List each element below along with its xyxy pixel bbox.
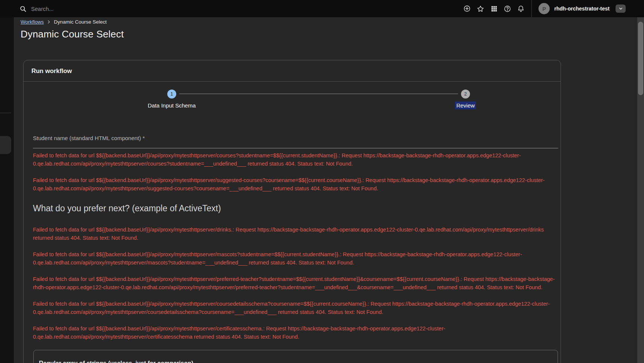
step-1-label: Data Input Schema [116,102,228,109]
stepper-connector [179,94,458,94]
app-grid-icon[interactable] [490,5,498,12]
fetch-error-message: Failed to fetch data for url $${{backend… [33,275,558,291]
card-header: Run workflow [24,60,561,82]
starred-icon[interactable] [477,5,484,12]
breadcrumb: Workflows Dynamic Course Select [21,19,107,25]
header-actions: P rhdh-orchestrator-test [457,0,626,17]
scrollbar-thumb[interactable] [638,22,643,95]
collapsed-sidebar [0,17,14,363]
account-name[interactable]: rhdh-orchestrator-test [554,6,610,12]
sidebar-active-item[interactable] [0,136,11,154]
breadcrumb-workflows-link[interactable]: Workflows [21,19,44,25]
avatar[interactable]: P [538,3,550,14]
array-of-strings-title: Regular array of strings (useless, just … [39,360,193,363]
search-placeholder: Search... [31,6,54,12]
step-2-label-text: Review [455,102,476,109]
fetch-error-message: Failed to fetch data for url $${{backend… [33,176,558,193]
global-header: Search... P rhdh-orchestrator-test [0,0,644,17]
account-menu-button[interactable] [616,4,626,13]
step-2-circle: 2 [461,90,470,99]
create-plus-circle-icon[interactable] [463,5,471,12]
fetch-error-message: Failed to fetch data for url $${{backend… [33,151,558,168]
fetch-error-message: Failed to fetch data for url $${{backend… [33,226,558,242]
step-2-label: Review [409,102,522,109]
chevron-right-icon [47,20,51,24]
array-of-strings-section: Regular array of strings (useless, just … [33,350,558,363]
card-title: Run workflow [31,67,72,75]
page-title: Dynamic Course Select [21,28,124,40]
fetch-error-message: Failed to fetch data for url $${{backend… [33,324,558,341]
search-icon [19,5,27,12]
sidebar-divider [0,113,11,113]
header-divider [531,0,532,17]
fetch-error-message: Failed to fetch data for url $${{backend… [33,250,558,267]
help-icon[interactable] [504,5,511,12]
fetch-error-message: Failed to fetch data for url $${{backend… [33,300,558,316]
active-text-heading: What do you prefer next? (example of Act… [33,203,221,214]
notifications-bell-icon[interactable] [517,5,525,12]
search-input[interactable]: Search... [19,0,54,17]
student-name-input[interactable] [33,139,558,148]
chevron-down-icon [618,6,623,11]
step-1-circle: 1 [167,90,176,99]
app-window: Search... P rhdh-orchestrator-test [0,0,644,363]
breadcrumb-current: Dynamic Course Select [54,19,107,25]
vertical-scrollbar [637,17,644,363]
